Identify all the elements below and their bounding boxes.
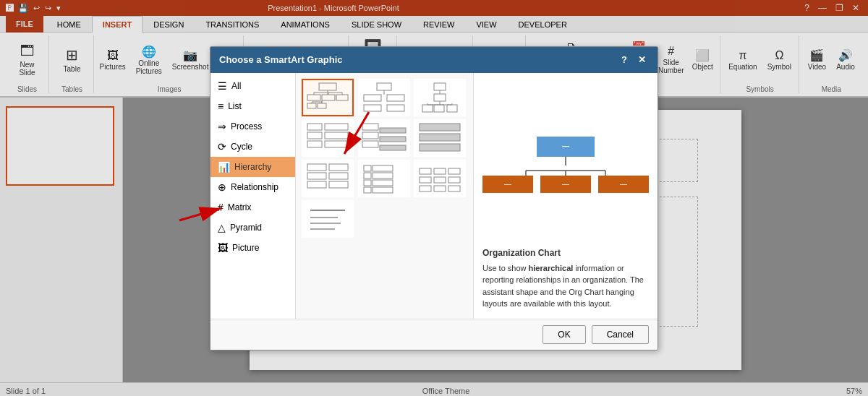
svg-rect-17 (364, 105, 381, 111)
smartart-dialog: Choose a SmartArt Graphic ? ✕ ☰ All ≡ Li… (210, 46, 658, 350)
svg-rect-66 (448, 168, 460, 174)
dialog-title-bar: Choose a SmartArt Graphic ? ✕ (210, 47, 658, 73)
svg-rect-52 (364, 165, 371, 171)
svg-rect-61 (420, 177, 431, 183)
svg-rect-51 (329, 181, 348, 188)
ok-button[interactable]: OK (542, 325, 585, 344)
diagram-item-3[interactable] (302, 119, 354, 157)
svg-rect-25 (447, 105, 457, 112)
svg-rect-32 (307, 132, 322, 139)
preview-desc-bold: hierarchical (529, 264, 574, 272)
category-list-label: List (228, 101, 242, 111)
svg-rect-60 (420, 168, 431, 174)
category-relationship[interactable]: ⊕ Relationship (210, 177, 295, 197)
svg-rect-47 (307, 173, 326, 179)
category-pyramid[interactable]: △ Pyramid (210, 218, 295, 238)
category-matrix[interactable]: # Matrix (210, 197, 295, 218)
svg-rect-10 (318, 103, 326, 108)
dialog-overlay: Choose a SmartArt Graphic ? ✕ ☰ All ≡ Li… (0, 0, 868, 396)
svg-rect-35 (325, 132, 348, 139)
category-all[interactable]: ☰ All (210, 76, 295, 96)
svg-rect-45 (420, 144, 460, 151)
category-picture-label: Picture (232, 243, 259, 253)
svg-rect-44 (420, 134, 460, 141)
diagram-item-0[interactable] (302, 79, 354, 116)
svg-rect-0 (319, 83, 336, 90)
org-chart-graphic: — (482, 137, 649, 193)
svg-rect-63 (434, 168, 446, 174)
category-hierarchy-label: Hierarchy (234, 162, 271, 172)
svg-rect-2 (322, 95, 335, 100)
svg-rect-43 (420, 124, 460, 131)
svg-rect-22 (434, 94, 446, 101)
svg-rect-39 (362, 141, 378, 147)
diagram-item-9[interactable] (302, 200, 354, 238)
category-cycle-label: Cycle (231, 142, 252, 152)
svg-rect-19 (387, 105, 404, 111)
category-matrix-label: Matrix (228, 202, 252, 212)
preview-description: Use to show hierarchical information or … (482, 262, 649, 310)
category-relationship-label: Relationship (231, 182, 278, 192)
svg-rect-40 (380, 128, 406, 133)
svg-rect-18 (387, 95, 404, 101)
svg-rect-36 (325, 141, 348, 147)
list-icon: ≡ (218, 100, 224, 112)
svg-rect-42 (380, 145, 406, 150)
relationship-icon: ⊕ (218, 181, 226, 193)
dialog-body: ☰ All ≡ List ⇒ Process ⟳ Cycle 📊 Hier (210, 73, 658, 319)
org-mid-box-3: — (598, 176, 649, 193)
preview-graphic: — (482, 82, 649, 248)
svg-rect-55 (373, 173, 393, 178)
preview-title: Organization Chart (482, 248, 649, 258)
dialog-title: Choose a SmartArt Graphic (219, 54, 343, 65)
svg-rect-64 (434, 177, 446, 183)
pyramid-icon: △ (218, 222, 226, 233)
category-pyramid-label: Pyramid (230, 223, 262, 233)
svg-rect-50 (329, 173, 348, 179)
svg-rect-56 (364, 180, 371, 186)
org-mid-box-2: — (540, 176, 591, 193)
category-process[interactable]: ⇒ Process (210, 116, 295, 137)
svg-rect-38 (362, 132, 378, 139)
dialog-close-button[interactable]: ✕ (634, 53, 649, 67)
org-mid-box-1: — (482, 176, 533, 193)
matrix-icon: # (218, 202, 224, 213)
diagram-item-1[interactable] (358, 79, 410, 116)
svg-rect-53 (373, 165, 393, 171)
svg-rect-37 (362, 124, 378, 130)
category-picture[interactable]: 🖼 Picture (210, 238, 295, 258)
svg-rect-46 (307, 164, 326, 171)
category-all-label: All (231, 81, 241, 91)
svg-rect-57 (373, 180, 393, 186)
diagram-item-2[interactable] (414, 79, 466, 116)
diagram-item-7[interactable] (358, 160, 410, 197)
category-cycle[interactable]: ⟳ Cycle (210, 137, 295, 157)
cancel-button[interactable]: Cancel (592, 325, 649, 344)
svg-rect-54 (364, 173, 371, 178)
svg-rect-58 (364, 187, 371, 193)
svg-rect-3 (336, 95, 348, 100)
category-list[interactable]: ≡ List (210, 96, 295, 116)
dialog-categories: ☰ All ≡ List ⇒ Process ⟳ Cycle 📊 Hier (210, 73, 296, 319)
svg-rect-59 (373, 187, 393, 193)
svg-rect-21 (434, 83, 446, 90)
diagram-items-grid (296, 73, 474, 319)
svg-rect-49 (329, 164, 348, 171)
dialog-preview: — (474, 73, 658, 319)
diagram-item-5[interactable] (414, 119, 466, 157)
svg-rect-23 (422, 105, 433, 112)
diagram-item-4[interactable] (358, 119, 410, 157)
svg-rect-41 (380, 137, 406, 142)
svg-rect-33 (307, 141, 322, 147)
dialog-help-button[interactable]: ? (617, 53, 631, 67)
svg-rect-48 (307, 181, 326, 188)
picture-icon: 🖼 (218, 242, 228, 254)
diagram-item-8[interactable] (414, 160, 466, 197)
org-top-box: — (537, 137, 595, 157)
dialog-title-controls: ? ✕ (617, 53, 649, 67)
diagram-item-6[interactable] (302, 160, 354, 197)
category-hierarchy[interactable]: 📊 Hierarchy (210, 157, 295, 177)
process-icon: ⇒ (218, 121, 226, 132)
svg-rect-15 (377, 83, 391, 90)
svg-rect-31 (307, 124, 322, 130)
